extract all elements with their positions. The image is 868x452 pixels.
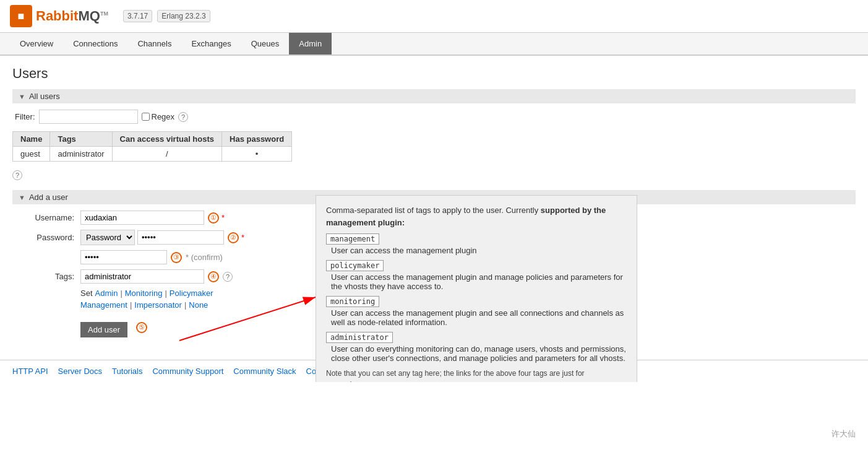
version-info: 3.7.17 Erlang 23.2.3 xyxy=(123,10,210,22)
tooltip-intro: Comma-separated list of tags to apply to… xyxy=(326,204,627,228)
tag-management-section: management User can access the managemen… xyxy=(326,233,627,255)
erlang-badge: Erlang 23.2.3 xyxy=(157,10,210,22)
tag-monitoring-section: monitoring User can access the managemen… xyxy=(326,296,627,327)
sep3: | xyxy=(130,300,132,310)
header: ■ RabbitMQTM 3.7.17 Erlang 23.2.3 xyxy=(0,0,868,33)
user-vhosts-cell: / xyxy=(112,147,221,162)
nav-queues[interactable]: Queues xyxy=(241,33,290,54)
password-num: ② xyxy=(228,232,239,243)
tags-help-icon[interactable]: ? xyxy=(223,272,233,282)
set-label: Set xyxy=(80,289,93,298)
users-table: Name Tags Can access virtual hosts Has p… xyxy=(12,131,292,162)
management-tag-box: management xyxy=(326,233,379,245)
tag-impersonator-link[interactable]: Impersonator xyxy=(134,300,182,310)
administrator-tag-box: administrator xyxy=(326,332,393,343)
policymaker-desc: User can access the management plugin an… xyxy=(331,272,627,291)
footer-community-slack[interactable]: Community Slack xyxy=(233,367,296,376)
tag-policymaker-section: policymaker User can access the manageme… xyxy=(326,260,627,291)
footer-community-support[interactable]: Community Support xyxy=(152,367,223,376)
col-vhosts: Can access virtual hosts xyxy=(112,132,221,147)
version-badge: 3.7.17 xyxy=(123,10,152,22)
management-desc: User can access the management plugin xyxy=(331,246,627,255)
logo: ■ RabbitMQTM xyxy=(10,5,108,27)
footer-http-api[interactable]: HTTP API xyxy=(12,367,48,376)
tooltip-popup: Comma-separated list of tags to apply to… xyxy=(316,195,637,382)
col-password: Has password xyxy=(222,132,292,147)
username-input[interactable] xyxy=(80,211,204,225)
regex-label: Regex xyxy=(152,112,175,121)
all-users-header: ▼ All users xyxy=(12,89,856,103)
all-users-label: All users xyxy=(29,92,60,101)
monitoring-desc: User can access the management plugin an… xyxy=(331,308,627,327)
page-title: Users xyxy=(12,66,856,82)
sep4: | xyxy=(184,300,186,310)
nav-channels[interactable]: Channels xyxy=(127,33,181,54)
username-num: ① xyxy=(208,212,219,224)
col-tags: Tags xyxy=(50,132,112,147)
password-label: Password: xyxy=(12,233,80,242)
filter-label: Filter: xyxy=(15,112,35,121)
col-name: Name xyxy=(13,132,50,147)
nav-overview[interactable]: Overview xyxy=(10,33,63,54)
add-user-arrow-icon: ▼ xyxy=(19,194,25,201)
logo-rabbit: Rabbit xyxy=(36,8,78,24)
username-label: Username: xyxy=(12,213,80,222)
confirm-input[interactable] xyxy=(80,250,167,264)
tag-policymaker-link[interactable]: Policymaker xyxy=(170,289,213,298)
section-arrow-icon: ▼ xyxy=(19,93,25,100)
logo-icon: ■ xyxy=(10,5,32,27)
sep1: | xyxy=(120,289,122,298)
footer-server-docs[interactable]: Server Docs xyxy=(58,367,103,376)
table-row: guest administrator / • xyxy=(13,147,292,162)
regex-checkbox-label[interactable]: Regex xyxy=(142,112,175,121)
regex-checkbox[interactable] xyxy=(142,113,150,121)
password-required: * xyxy=(241,233,244,242)
administrator-desc: User can do everything monitoring can do… xyxy=(331,344,627,363)
confirm-text: * (confirm) xyxy=(186,253,223,262)
main-content: Users ▼ All users Filter: Regex ? Name T… xyxy=(0,56,868,347)
tags-label: Tags: xyxy=(12,272,80,281)
filter-input[interactable] xyxy=(39,110,138,124)
user-password-cell: • xyxy=(222,147,292,162)
monitoring-tag-box: monitoring xyxy=(326,296,379,307)
logo-mq: MQ xyxy=(78,8,100,24)
add-user-button[interactable]: Add user xyxy=(80,322,127,337)
tag-none-link[interactable]: None xyxy=(189,300,208,310)
nav: Overview Connections Channels Exchanges … xyxy=(0,33,868,56)
sep2: | xyxy=(165,289,166,298)
tag-administrator-section: administrator User can do everything mon… xyxy=(326,332,627,363)
filter-help-icon[interactable]: ? xyxy=(178,112,188,122)
username-required: * xyxy=(221,213,225,222)
password-input[interactable] xyxy=(137,230,224,245)
tooltip-note: Note that you can set any tag here; the … xyxy=(326,368,627,382)
footer-tutorials[interactable]: Tutorials xyxy=(112,367,142,376)
password-type-select[interactable]: Password Hashed xyxy=(80,230,135,245)
table-help-icon[interactable]: ? xyxy=(12,170,22,180)
nav-exchanges[interactable]: Exchanges xyxy=(181,33,241,54)
tag-management-link[interactable]: Management xyxy=(80,300,127,310)
nav-admin[interactable]: Admin xyxy=(289,33,332,54)
tags-num: ④ xyxy=(208,271,219,282)
add-button-num: ⑤ xyxy=(136,322,147,333)
logo-tm: TM xyxy=(100,11,108,17)
user-name-cell: guest xyxy=(13,147,50,162)
confirm-num: ③ xyxy=(171,252,182,263)
tag-monitoring-link[interactable]: Monitoring xyxy=(125,289,163,298)
tag-admin-link[interactable]: Admin xyxy=(95,289,118,298)
add-user-label: Add a user xyxy=(29,193,68,202)
nav-connections[interactable]: Connections xyxy=(63,33,127,54)
policymaker-tag-box: policymaker xyxy=(326,260,384,271)
tags-input[interactable] xyxy=(80,269,204,284)
logo-text: RabbitMQTM xyxy=(36,8,108,24)
user-tags-cell: administrator xyxy=(50,147,112,162)
filter-row: Filter: Regex ? xyxy=(12,110,856,124)
